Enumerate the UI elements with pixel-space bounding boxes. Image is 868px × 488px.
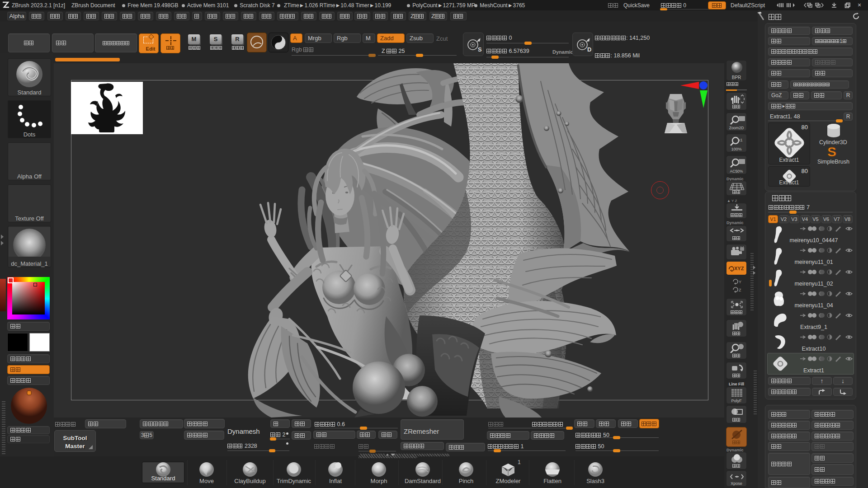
svg-text:Z: Z [739,288,741,292]
svg-text:Y: Y [739,280,741,284]
svg-text:S: S [478,46,482,53]
svg-text:x1: x1 [738,138,743,142]
svg-text:S: S [827,145,836,159]
svg-text:D: D [587,46,591,53]
